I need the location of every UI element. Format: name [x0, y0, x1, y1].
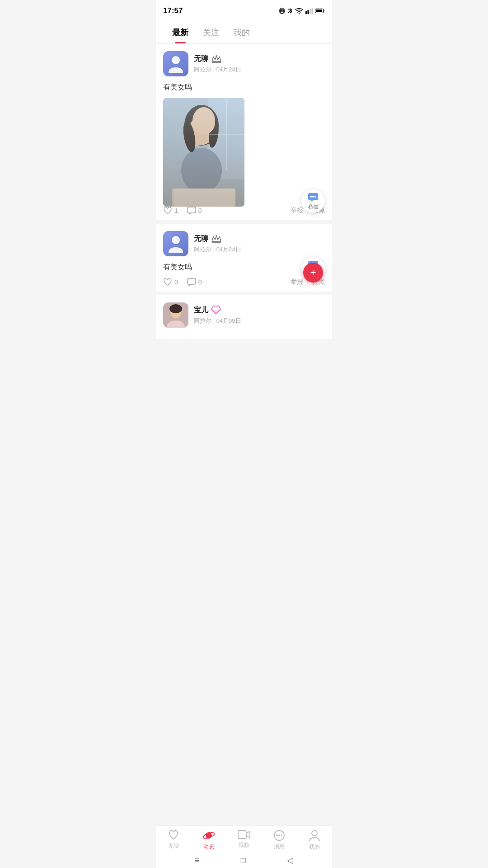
status-time: 17:57	[163, 6, 183, 15]
svg-rect-18	[208, 98, 244, 179]
avatar-photo-3	[163, 302, 188, 328]
nav-item-mine[interactable]: 我的	[301, 830, 328, 851]
svg-rect-39	[212, 241, 221, 243]
post-text-1: 有美女吗	[163, 82, 325, 93]
report-btn-1[interactable]: 举报	[291, 207, 303, 215]
svg-point-37	[172, 236, 180, 244]
svg-point-58	[276, 835, 278, 836]
svg-rect-7	[310, 9, 311, 14]
svg-point-50	[169, 304, 182, 313]
message-icon	[273, 830, 285, 841]
avatar-3[interactable]	[163, 302, 188, 328]
svg-point-41	[213, 236, 214, 238]
comment-button-2[interactable]: 0	[187, 278, 202, 286]
bluetooth-icon	[287, 7, 293, 14]
avatar-1[interactable]	[163, 51, 188, 76]
svg-point-14	[216, 55, 217, 57]
nav-item-message[interactable]: 消息	[266, 830, 293, 851]
nav-item-dongtai[interactable]: 动态	[195, 830, 222, 851]
svg-point-20	[189, 116, 214, 145]
username-row-1: 无聊	[194, 54, 325, 64]
svg-point-26	[181, 120, 197, 153]
svg-point-61	[312, 830, 317, 836]
username-row-2: 无聊	[194, 234, 325, 244]
svg-rect-22	[181, 166, 222, 175]
username-3: 宝儿	[194, 306, 208, 315]
wifi-icon	[295, 8, 303, 14]
video-icon	[238, 830, 250, 840]
svg-rect-25	[172, 189, 174, 207]
chat-icon-1	[308, 193, 319, 203]
svg-point-16	[219, 57, 221, 58]
feed: 无聊 阿拉尔 | 04月24日	[156, 44, 332, 339]
username-row-3: 宝儿	[194, 306, 325, 315]
heart-icon	[168, 830, 179, 840]
bottom-navigation: 无聊 动态 视频 消息 我的	[156, 826, 332, 853]
post-header-2: 无聊 阿拉尔 | 04月24日	[163, 231, 325, 256]
svg-marker-52	[211, 309, 221, 314]
svg-rect-32	[188, 207, 196, 213]
svg-rect-55	[238, 830, 246, 839]
crown-badge-1	[211, 54, 222, 63]
username-2: 无聊	[194, 234, 208, 244]
svg-rect-13	[212, 61, 221, 63]
svg-point-4	[299, 13, 300, 14]
home-gesture[interactable]: □	[241, 856, 246, 865]
post-header-3: 宝儿 阿拉尔 | 04月09日	[163, 302, 325, 328]
nav-item-wuliao[interactable]: 无聊	[160, 830, 187, 851]
nav-label-dongtai: 动态	[203, 843, 214, 851]
svg-rect-6	[308, 10, 309, 14]
profile-icon	[309, 830, 320, 841]
avatar-2[interactable]	[163, 231, 188, 256]
svg-rect-24	[172, 189, 235, 207]
post-info-1: 无聊 阿拉尔 | 04月24日	[194, 54, 325, 74]
like-count-1: 1	[174, 207, 178, 214]
post-image-1[interactable]	[163, 98, 244, 207]
tab-latest[interactable]: 最新	[165, 24, 196, 43]
svg-point-15	[213, 57, 214, 58]
planet-icon	[203, 830, 215, 841]
girl-svg	[163, 98, 244, 207]
svg-point-11	[172, 56, 180, 64]
post-card-3: 宝儿 阿拉尔 | 04月09日	[156, 295, 332, 339]
nav-label-wuliao: 无聊	[168, 842, 179, 850]
post-meta-2: 阿拉尔 | 04月24日	[194, 245, 325, 254]
post-text-2: 有美女吗	[163, 262, 325, 273]
avatar-person-icon-2	[168, 235, 184, 253]
comment-count-1: 0	[198, 207, 202, 214]
svg-point-59	[278, 835, 280, 836]
status-icons	[279, 7, 325, 14]
private-msg-button-2[interactable]: 私信 +	[301, 257, 325, 281]
svg-point-35	[312, 196, 314, 198]
private-msg-label-1: 私信	[308, 203, 318, 210]
vibrate-icon	[279, 7, 285, 14]
like-button-2[interactable]: 0	[163, 278, 178, 286]
svg-point-23	[191, 139, 200, 146]
like-button-1[interactable]: 1	[163, 207, 178, 215]
svg-point-60	[281, 835, 282, 836]
username-1: 无聊	[194, 54, 208, 64]
svg-point-42	[219, 236, 221, 238]
tab-following[interactable]: 关注	[196, 24, 226, 43]
tab-mine[interactable]: 我的	[226, 24, 257, 43]
svg-rect-43	[188, 278, 196, 284]
back-gesture[interactable]: ◁	[287, 855, 293, 865]
like-icon-2	[163, 278, 172, 286]
nav-item-video[interactable]: 视频	[230, 830, 258, 851]
nav-label-message: 消息	[274, 843, 285, 851]
battery-icon	[315, 8, 325, 14]
private-msg-button-1[interactable]: 私信	[301, 189, 325, 213]
menu-gesture[interactable]: ≡	[195, 856, 200, 865]
svg-point-36	[314, 196, 316, 198]
add-button[interactable]: +	[303, 263, 323, 283]
svg-rect-1	[282, 9, 283, 12]
post-card-1: 无聊 阿拉尔 | 04月24日	[156, 44, 332, 220]
post-info-3: 宝儿 阿拉尔 | 04月09日	[194, 306, 325, 325]
post-card-2: 无聊 阿拉尔 | 04月24日	[156, 224, 332, 292]
post-actions-2: 0 0 举报 | 拉黑	[163, 278, 325, 286]
comment-button-1[interactable]: 0	[187, 207, 202, 215]
comment-icon-2	[187, 278, 196, 286]
comment-icon-1	[187, 207, 196, 215]
svg-point-27	[207, 120, 220, 148]
gesture-bar: ≡ □ ◁	[156, 853, 332, 868]
